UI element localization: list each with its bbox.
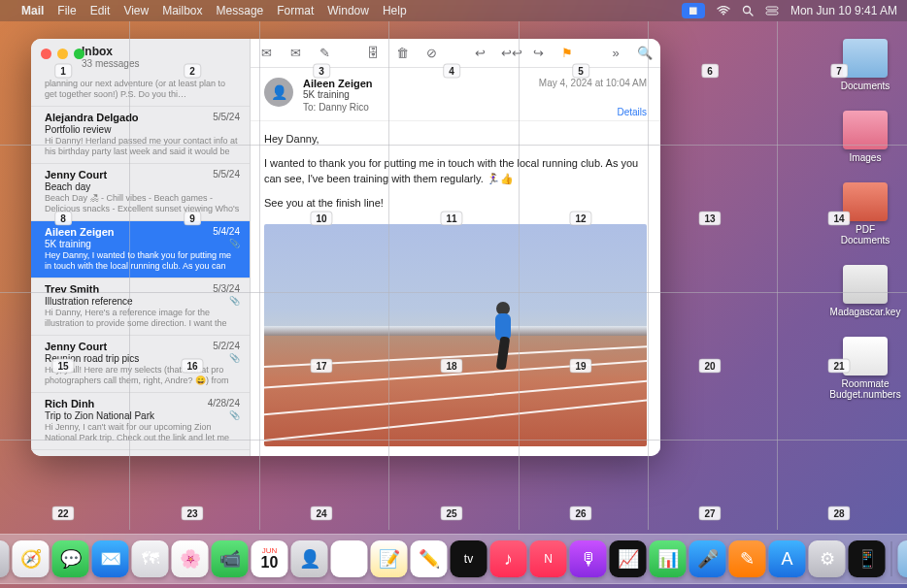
- mail-window: Inbox 33 messages planning our next adve…: [31, 39, 660, 456]
- menu-format[interactable]: Format: [277, 4, 314, 17]
- dock-settings[interactable]: ⚙: [809, 540, 846, 577]
- message-item[interactable]: Herland Antezana4/28/24Resume📎I've attac…: [31, 450, 250, 456]
- desktop-item[interactable]: Roommate Budget.numbers: [831, 337, 899, 400]
- dock-reminders[interactable]: ☰: [331, 540, 368, 577]
- message-item[interactable]: Trev Smith5/3/24Illustration reference📎H…: [31, 278, 250, 336]
- dock-news[interactable]: N: [530, 540, 567, 577]
- spotlight-icon[interactable]: [742, 5, 754, 16]
- wifi-icon[interactable]: [717, 6, 730, 16]
- minimize-button[interactable]: [57, 49, 68, 59]
- desktop-item[interactable]: Madagascar.key: [831, 265, 899, 317]
- svg-rect-4: [766, 12, 778, 15]
- attachment-icon: 📎: [229, 353, 240, 363]
- dock-freeform[interactable]: ✏️: [411, 540, 448, 577]
- subject: Reunion road trip pics: [45, 353, 240, 364]
- message-list[interactable]: planning our next adventure (or at least…: [31, 73, 250, 456]
- message-item[interactable]: Aileen Zeigen5/4/245K training📎Hey Danny…: [31, 221, 250, 278]
- dock-launchpad[interactable]: ⊞: [0, 540, 10, 577]
- body-p2: See you at the finish line!: [264, 195, 647, 212]
- envelope-icon[interactable]: ✉: [287, 46, 303, 60]
- inbox-count: 33 messages: [82, 58, 240, 69]
- dock-contacts[interactable]: 👤: [291, 540, 328, 577]
- attachment-image[interactable]: [264, 224, 647, 446]
- menu-message[interactable]: Message: [217, 4, 264, 17]
- dock-notes[interactable]: 📝: [371, 540, 408, 577]
- dock-podcasts[interactable]: 🎙: [570, 540, 607, 577]
- to-name: Danny Rico: [319, 102, 369, 113]
- dock-photos[interactable]: 🌸: [172, 540, 209, 577]
- folder-icon: [843, 265, 888, 304]
- sender: Jenny Court: [45, 169, 240, 180]
- desktop-item[interactable]: Images: [831, 111, 899, 163]
- avatar: 👤: [264, 78, 293, 107]
- message-item[interactable]: Rich Dinh4/28/24Trip to Zion National Pa…: [31, 393, 250, 450]
- zoom-button[interactable]: [74, 49, 84, 59]
- menu-app[interactable]: Mail: [21, 4, 44, 17]
- reply-all-icon[interactable]: ↩↩: [501, 46, 517, 60]
- preview: Hi Danny! Herland passed me your contact…: [45, 136, 240, 157]
- desktop-item[interactable]: PDF Documents: [831, 182, 899, 245]
- screen-share-icon[interactable]: ⏹: [682, 3, 705, 18]
- chevrons-icon[interactable]: »: [608, 46, 623, 60]
- dock-phone-mirror[interactable]: 📱: [849, 540, 886, 577]
- attachment-icon: 📎: [229, 410, 240, 420]
- dock-calendar[interactable]: JUN10: [252, 540, 288, 577]
- menu-file[interactable]: File: [57, 4, 76, 17]
- menu-help[interactable]: Help: [383, 4, 407, 17]
- dock-tv[interactable]: tv: [451, 540, 487, 577]
- dock-mail[interactable]: ✉️: [92, 540, 129, 577]
- dock-facetime[interactable]: 📹: [212, 540, 249, 577]
- menubar: Mail File Edit View Mailbox Message Form…: [0, 0, 907, 21]
- trash-icon[interactable]: 🗑: [394, 46, 410, 60]
- svg-point-0: [722, 14, 724, 16]
- to-label: To:: [303, 102, 316, 113]
- junk-icon[interactable]: ⊘: [423, 46, 439, 60]
- message-body: Hey Danny, I wanted to thank you for put…: [251, 121, 660, 456]
- desktop-item[interactable]: Documents: [831, 39, 899, 91]
- dock-messages[interactable]: 💬: [52, 540, 89, 577]
- dock-numbers[interactable]: 📊: [650, 540, 687, 577]
- grid-cell-number: 28: [827, 506, 850, 521]
- message-item[interactable]: Jenny Court5/2/24Reunion road trip pics📎…: [31, 336, 250, 393]
- message-item[interactable]: Jenny Court5/5/24Beach dayBeach Day 🏖 - …: [31, 164, 250, 221]
- flag-icon[interactable]: ⚑: [559, 46, 575, 60]
- dock: 😀⊞🧭💬✉️🗺🌸📹JUN10👤☰📝✏️tv♪N🎙📈📊🎤✎A⚙📱⬇🗑: [0, 534, 907, 584]
- dock-maps[interactable]: 🗺: [132, 540, 169, 577]
- dock-keynote[interactable]: 🎤: [689, 540, 726, 577]
- menu-view[interactable]: View: [123, 4, 149, 17]
- details-link[interactable]: Details: [617, 107, 647, 117]
- archive-icon[interactable]: 🗄: [365, 46, 381, 60]
- compose-icon[interactable]: ✎: [317, 46, 332, 60]
- svg-point-1: [743, 7, 750, 14]
- list-header: Inbox 33 messages: [31, 39, 250, 73]
- subject: Trip to Zion National Park: [45, 410, 240, 421]
- close-button[interactable]: [41, 49, 51, 59]
- grid-cell-number: 22: [51, 506, 74, 521]
- control-center-icon[interactable]: [765, 6, 779, 16]
- dock-music[interactable]: ♪: [490, 540, 527, 577]
- folder-icon: [843, 182, 888, 221]
- date: 5/5/24: [213, 112, 240, 122]
- preview: Hi Danny, Here's a reference image for t…: [45, 308, 240, 329]
- message-item[interactable]: Alejandra Delgado5/5/24Portfolio reviewH…: [31, 107, 250, 164]
- grid-cell-number: 13: [698, 212, 721, 226]
- message-item[interactable]: planning our next adventure (or at least…: [31, 73, 250, 107]
- envelope-open-icon[interactable]: ✉︎: [258, 46, 274, 60]
- menu-window[interactable]: Window: [327, 4, 369, 17]
- dock-stocks[interactable]: 📈: [610, 540, 647, 577]
- menu-edit[interactable]: Edit: [90, 4, 111, 17]
- clock[interactable]: Mon Jun 10 9:41 AM: [790, 4, 897, 17]
- dock-downloads[interactable]: ⬇: [898, 540, 908, 577]
- menu-mailbox[interactable]: Mailbox: [162, 4, 202, 17]
- search-icon[interactable]: 🔍: [637, 46, 653, 60]
- date: 5/3/24: [213, 283, 240, 294]
- forward-icon[interactable]: ↪: [530, 46, 546, 60]
- dock-appstore[interactable]: A: [769, 540, 806, 577]
- date: 4/28/24: [208, 398, 240, 408]
- to-line: To: Danny Rico: [303, 102, 647, 113]
- dock-safari[interactable]: 🧭: [13, 540, 50, 577]
- dock-pages[interactable]: ✎: [729, 540, 766, 577]
- svg-line-2: [750, 13, 753, 16]
- preview: Beach Day 🏖 - Chill vibes - Beach games …: [45, 193, 240, 214]
- reply-icon[interactable]: ↩: [472, 46, 487, 60]
